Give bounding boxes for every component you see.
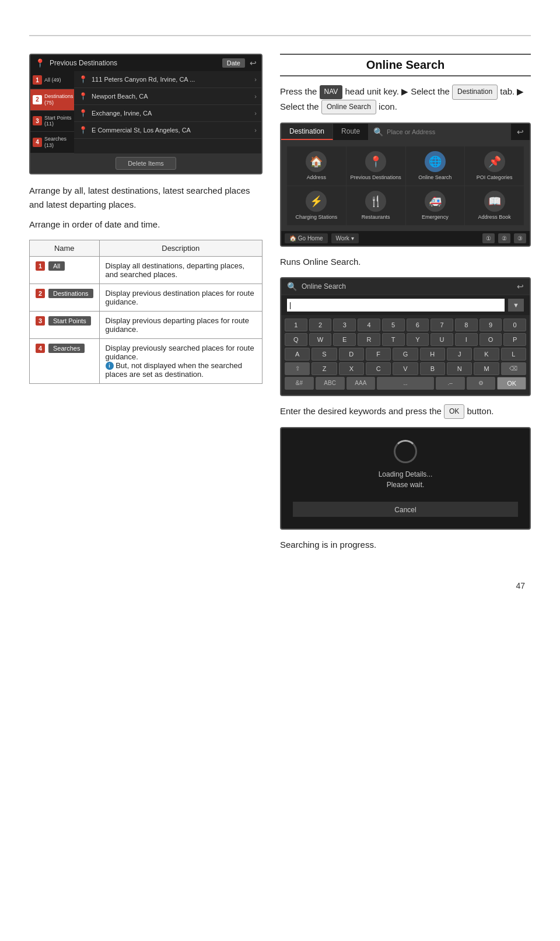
nav-screenshot-3: 🔍 Online Search ↩ ▼ 1 2 3 4 5 6 xyxy=(280,277,531,396)
nav2-home-button[interactable]: 🏠 Go Home xyxy=(285,233,328,243)
key-7[interactable]: 7 xyxy=(430,319,453,331)
key-d[interactable]: D xyxy=(339,348,364,361)
key-ok[interactable]: OK xyxy=(497,377,526,390)
cancel-button[interactable]: Cancel xyxy=(394,506,416,514)
list-text: Newport Beach, CA xyxy=(92,93,251,100)
key-p[interactable]: P xyxy=(503,333,526,346)
nav3-text-input[interactable] xyxy=(287,299,505,312)
key-x[interactable]: X xyxy=(339,362,364,375)
key-symbols[interactable]: &# xyxy=(285,377,314,390)
nav2-icon-online-search[interactable]: 🌐 Online Search xyxy=(406,146,465,186)
key-q[interactable]: Q xyxy=(285,333,307,346)
enter-text-suffix: button. xyxy=(467,406,494,416)
key-9[interactable]: 9 xyxy=(480,319,502,331)
nav-button-label[interactable]: NAV xyxy=(320,85,343,99)
key-abc[interactable]: ABC xyxy=(316,377,345,390)
nav2-preset-2[interactable]: ② xyxy=(498,233,510,243)
key-6[interactable]: 6 xyxy=(407,319,429,331)
nav2-preset-3[interactable]: ③ xyxy=(514,233,526,243)
key-o[interactable]: O xyxy=(480,333,502,346)
key-3[interactable]: 3 xyxy=(333,319,356,331)
destination-tab-label[interactable]: Destination xyxy=(452,85,498,99)
section-title: Online Search xyxy=(280,58,531,72)
body-text-2: Arrange in order of date and time. xyxy=(29,218,262,232)
nav2-preset-1[interactable]: ① xyxy=(482,233,495,243)
nav-header-title: Previous Destinations xyxy=(50,59,218,67)
list-icon: 📍 xyxy=(79,109,88,117)
key-backspace[interactable]: ⌫ xyxy=(501,362,526,375)
key-t[interactable]: T xyxy=(382,333,405,346)
key-z[interactable]: Z xyxy=(312,362,337,375)
key-g[interactable]: G xyxy=(393,348,418,361)
nav-sort-button[interactable]: Date xyxy=(222,58,245,68)
key-w[interactable]: W xyxy=(309,333,332,346)
nav2-icon-address-book[interactable]: 📖 Address Book xyxy=(465,186,524,225)
list-icon: 📍 xyxy=(79,75,88,83)
key-4[interactable]: 4 xyxy=(358,319,380,331)
key-n[interactable]: N xyxy=(447,362,472,375)
destinations-button[interactable]: Destinations xyxy=(48,289,93,298)
para1-prefix: Press the xyxy=(280,86,317,96)
nav3-back-icon[interactable]: ↩ xyxy=(517,282,524,291)
sidebar-item-destinations[interactable]: 2 Destinations (75) xyxy=(30,89,74,111)
loading-text: Loading Details...Please wait. xyxy=(379,469,433,490)
delete-items-button[interactable]: Delete Items xyxy=(116,157,176,170)
startpoints-button[interactable]: Start Points xyxy=(48,316,91,326)
key-settings[interactable]: ⚙ xyxy=(467,377,496,390)
table-cell-desc: Display previously searched places for r… xyxy=(99,338,262,384)
nav-list-item[interactable]: 📍 Exchange, Irvine, CA › xyxy=(74,105,261,122)
key-e[interactable]: E xyxy=(333,333,356,346)
sidebar-item-searches[interactable]: 4 Searches (13) xyxy=(30,132,74,153)
key-s[interactable]: S xyxy=(312,348,337,361)
key-a[interactable]: A xyxy=(285,348,310,361)
nav2-work-button[interactable]: Work ▾ xyxy=(331,233,359,243)
key-8[interactable]: 8 xyxy=(455,319,478,331)
key-dash[interactable]: .– xyxy=(436,377,465,390)
key-f[interactable]: F xyxy=(366,348,391,361)
key-h[interactable]: H xyxy=(420,348,445,361)
section-title-bar: Online Search xyxy=(280,54,531,76)
searches-button[interactable]: Searches xyxy=(48,344,85,353)
para1: Press the NAV head unit key. ▶ Select th… xyxy=(280,85,531,114)
key-u[interactable]: U xyxy=(430,333,453,346)
nav2-icon-restaurants[interactable]: 🍴 Restaurants xyxy=(346,186,405,225)
key-l[interactable]: L xyxy=(501,348,526,361)
key-v[interactable]: V xyxy=(393,362,418,375)
key-2[interactable]: 2 xyxy=(309,319,332,331)
nav2-search-bar[interactable]: 🔍 Place or Address xyxy=(369,124,511,140)
key-j[interactable]: J xyxy=(447,348,472,361)
nav2-icon-poi[interactable]: 📌 POI Categories xyxy=(465,146,524,186)
key-1[interactable]: 1 xyxy=(285,319,307,331)
nav3-dropdown-button[interactable]: ▼ xyxy=(508,299,524,312)
key-aaa[interactable]: AAA xyxy=(346,377,376,390)
nav2-tab-destination[interactable]: Destination xyxy=(281,124,333,140)
key-r[interactable]: R xyxy=(358,333,380,346)
nav2-icon-emergency[interactable]: 🚑 Emergency xyxy=(406,186,465,225)
key-k[interactable]: K xyxy=(474,348,499,361)
key-i[interactable]: I xyxy=(455,333,478,346)
key-space[interactable]: ⎵ xyxy=(377,377,434,390)
all-button[interactable]: All xyxy=(48,261,65,271)
nav2-back-icon[interactable]: ↩ xyxy=(511,124,530,140)
nav-list-item[interactable]: 📍 Newport Beach, CA › xyxy=(74,88,261,105)
nav-list-item[interactable]: 📍 E Commercial St, Los Angeles, CA › xyxy=(74,122,261,139)
sidebar-item-all[interactable]: 1 All (49) xyxy=(30,71,74,89)
sidebar-item-startpoints[interactable]: 3 Start Points (11) xyxy=(30,111,74,132)
nav2-icon-prev-dest[interactable]: 📍 Previous Destinations xyxy=(346,146,405,186)
key-y[interactable]: Y xyxy=(407,333,429,346)
nav-back-icon[interactable]: ↩ xyxy=(250,58,257,68)
key-m[interactable]: M xyxy=(474,362,499,375)
online-search-label[interactable]: Online Search xyxy=(321,100,376,114)
ok-button-label[interactable]: OK xyxy=(444,404,464,419)
nav2-icon-address[interactable]: 🏠 Address xyxy=(287,146,346,186)
key-c[interactable]: C xyxy=(366,362,391,375)
nav2-icon-charging[interactable]: ⚡ Charging Stations xyxy=(287,186,346,225)
key-0[interactable]: 0 xyxy=(503,319,526,331)
nav-list-item[interactable]: 📍 111 Peters Canyon Rd, Irvine, CA ... › xyxy=(74,71,261,88)
key-b[interactable]: B xyxy=(420,362,445,375)
key-5[interactable]: 5 xyxy=(382,319,405,331)
nav3-search-icon: 🔍 xyxy=(287,282,297,291)
nav2-tab-route[interactable]: Route xyxy=(333,124,369,140)
key-shift[interactable]: ⇧ xyxy=(285,362,310,375)
para1-middle: head unit key. ▶ Select the xyxy=(345,86,453,96)
